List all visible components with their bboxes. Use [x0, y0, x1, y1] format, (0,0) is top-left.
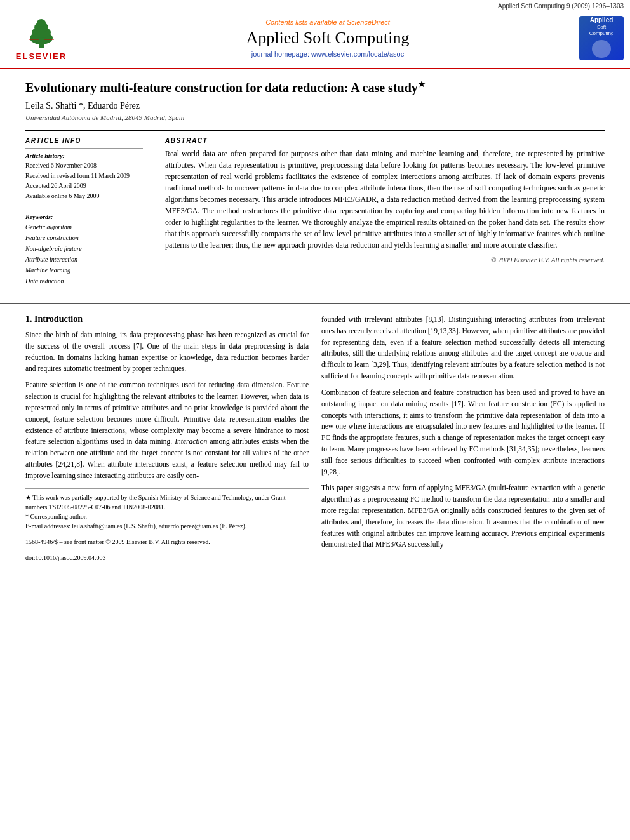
copyright-line: © 2009 Elsevier B.V. All rights reserved…	[165, 256, 605, 263]
body-right-para-1: founded with irrelevant attributes [8,13…	[321, 314, 605, 382]
history-dates: Received 6 November 2008 Received in rev…	[25, 161, 143, 201]
article-title: Evolutionary multi-feature construction …	[25, 79, 605, 96]
keywords-section: Keywords: Genetic algorithm Feature cons…	[25, 213, 143, 286]
keyword-1: Genetic algorithm	[25, 222, 143, 232]
received-date: Received 6 November 2008	[25, 161, 143, 171]
info-divider	[25, 148, 143, 149]
keyword-3: Non-algebraic feature	[25, 243, 143, 254]
abstract-text: Real-world data are often prepared for p…	[165, 148, 605, 251]
article-info-heading: Article Info	[25, 137, 143, 144]
keyword-5: Machine learning	[25, 265, 143, 276]
badge-subtitle2: Computing	[589, 30, 614, 37]
body-para-2: Feature selection is one of the common t…	[25, 380, 309, 481]
keywords-divider	[25, 208, 143, 208]
body-para-1: Since the birth of data mining, its data…	[25, 330, 309, 375]
elsevier-wordmark: ELSEVIER	[16, 51, 67, 61]
article-affiliation: Universidad Autónoma de Madrid, 28049 Ma…	[25, 114, 605, 121]
available-date: Available online 6 May 2009	[25, 191, 143, 201]
journal-header: Applied Soft Computing 9 (2009) 1296–130…	[0, 0, 630, 69]
keyword-4: Attribute interaction	[25, 254, 143, 265]
svg-point-4	[37, 19, 46, 27]
keyword-6: Data reduction	[25, 276, 143, 286]
badge-circle-icon	[592, 40, 611, 58]
keyword-2: Feature construction	[25, 232, 143, 243]
doi-line: doi:10.1016/j.asoc.2009.04.003	[25, 553, 309, 563]
article-title-text: Evolutionary multi-feature construction …	[25, 81, 418, 95]
body-section: 1. Introduction Since the birth of data …	[0, 303, 630, 563]
article-authors: Leila S. Shafti *, Eduardo Pérez	[25, 101, 605, 111]
accepted-date: Accepted 26 April 2009	[25, 181, 143, 191]
journal-meta: Applied Soft Computing 9 (2009) 1296–130…	[0, 0, 630, 11]
sciencedirect-link: Contents lists available at ScienceDirec…	[76, 18, 579, 26]
elsevier-logo: ELSEVIER	[6, 15, 76, 61]
section1-heading: 1. Introduction	[25, 314, 309, 324]
body-right-para-2: Combination of feature selection and fea…	[321, 387, 605, 478]
abstract-panel: Abstract Real-world data are often prepa…	[165, 137, 605, 286]
issn-line: 1568-4946/$ – see front matter © 2009 El…	[25, 537, 309, 547]
journal-homepage: journal homepage: www.elsevier.com/locat…	[76, 50, 579, 58]
body-left-col: 1. Introduction Since the birth of data …	[25, 314, 309, 563]
body-right-col: founded with irrelevant attributes [8,13…	[321, 314, 605, 563]
badge-title: Applied	[590, 16, 613, 24]
journal-title-banner: Applied Soft Computing	[76, 29, 579, 48]
article-info-panel: Article Info Article history: Received 6…	[25, 137, 152, 286]
journal-banner: ELSEVIER Contents lists available at Sci…	[0, 11, 630, 65]
article-content: Evolutionary multi-feature construction …	[0, 69, 630, 297]
keywords-label: Keywords:	[25, 213, 143, 220]
badge-subtitle1: Soft	[597, 24, 606, 30]
title-star: ★	[418, 79, 426, 89]
footnote-email: E-mail addresses: leila.shafti@uam.es (L…	[25, 521, 309, 531]
body-right-para-3: This paper suggests a new form of applyi…	[321, 483, 605, 550]
article-info-abstract: Article Info Article history: Received 6…	[25, 130, 605, 286]
journal-center: Contents lists available at ScienceDirec…	[76, 18, 579, 58]
abstract-heading: Abstract	[165, 137, 605, 144]
journal-badge: Applied Soft Computing	[579, 16, 624, 60]
received-revised-date: Received in revised form 11 March 2009	[25, 171, 143, 181]
footnote-star: ★ This work was partially supported by t…	[25, 493, 309, 512]
footnote-area: ★ This work was partially supported by t…	[25, 488, 309, 531]
footnote-corresponding: * Corresponding author.	[25, 512, 309, 521]
history-label: Article history:	[25, 152, 143, 159]
elsevier-tree-icon	[16, 15, 67, 50]
